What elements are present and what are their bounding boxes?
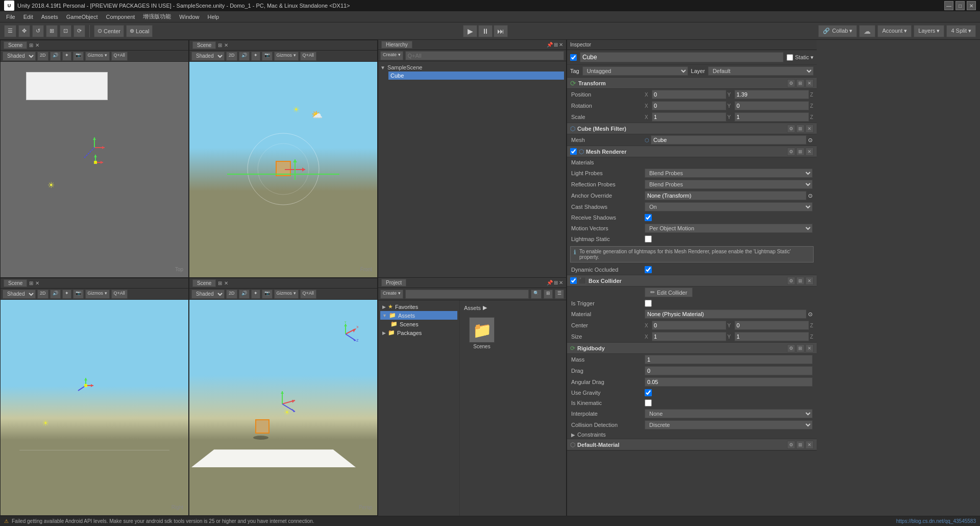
- hierarchy-search[interactable]: [405, 51, 564, 60]
- assets-breadcrumb[interactable]: Assets: [464, 305, 481, 311]
- drag-input[interactable]: [645, 366, 813, 375]
- hierarchy-cube-item[interactable]: Cube: [388, 71, 564, 80]
- panel-bl-maximize[interactable]: ⊞: [29, 280, 33, 286]
- project-tab[interactable]: Project: [381, 279, 406, 286]
- shaded-dropdown-br[interactable]: Shaded: [191, 290, 225, 299]
- 2d-btn-br[interactable]: 2D: [226, 290, 237, 299]
- menu-file[interactable]: File: [2, 13, 19, 21]
- shaded-dropdown-tl[interactable]: Shaded: [3, 52, 36, 61]
- mf-close-btn[interactable]: ✕: [805, 125, 814, 133]
- mr-settings-btn[interactable]: ⚙: [787, 148, 795, 156]
- scene-tab-tl[interactable]: Scene: [4, 41, 27, 49]
- material-header[interactable]: ⬡ Default-Material ⚙ ⊞ ✕: [567, 439, 817, 450]
- menu-enhanced[interactable]: 增强版功能: [139, 12, 175, 21]
- menu-help[interactable]: Help: [203, 13, 223, 21]
- bc-expand-btn[interactable]: ⊞: [796, 277, 804, 285]
- panel-tr-close[interactable]: ✕: [224, 42, 228, 48]
- scale-x-input[interactable]: [652, 112, 726, 122]
- scene-tab-bl[interactable]: Scene: [4, 279, 27, 287]
- project-search-input[interactable]: [405, 290, 529, 299]
- layers-button[interactable]: Layers ▾: [914, 25, 944, 37]
- object-active-checkbox[interactable]: [570, 54, 577, 61]
- fx-btn-bl[interactable]: ✦: [62, 290, 71, 299]
- shaded-dropdown-bl[interactable]: Shaded: [3, 290, 36, 299]
- rb-close-btn[interactable]: ✕: [805, 344, 814, 352]
- collider-material-input[interactable]: [645, 309, 806, 319]
- transform-settings-btn[interactable]: ⚙: [787, 79, 795, 87]
- fx-btn-br[interactable]: ✦: [251, 290, 260, 299]
- transform-expand-btn[interactable]: ⊞: [796, 79, 804, 87]
- cast-shadows-dropdown[interactable]: On: [645, 202, 813, 211]
- all-btn-bl[interactable]: Q+All: [111, 290, 128, 299]
- transform-header[interactable]: ⟳ Transform ⚙ ⊞ ✕: [567, 78, 817, 89]
- local-button[interactable]: ⊕ Local: [126, 25, 153, 37]
- rigidbody-header[interactable]: ⟳ Rigidbody ⚙ ⊞ ✕: [567, 343, 817, 354]
- maximize-button[interactable]: □: [955, 1, 965, 10]
- static-arrow[interactable]: ▾: [811, 54, 814, 61]
- hierarchy-close[interactable]: ✕: [559, 42, 563, 47]
- project-maximize[interactable]: ⊞: [554, 280, 558, 285]
- menu-gameobject[interactable]: GameObject: [62, 13, 102, 21]
- project-search-icon[interactable]: 🔍: [531, 290, 542, 299]
- scene-tab-br[interactable]: Scene: [192, 279, 216, 287]
- hierarchy-pin[interactable]: 📌: [547, 42, 553, 47]
- tool-rect[interactable]: ⊡: [60, 25, 71, 37]
- mat-expand-btn[interactable]: ⊞: [796, 441, 804, 449]
- 2d-btn-tl[interactable]: 2D: [37, 52, 48, 61]
- audio-btn-br[interactable]: 🔊: [239, 290, 250, 299]
- anchor-select-icon[interactable]: ⊙: [808, 193, 813, 199]
- inspector-tab[interactable]: Inspector: [570, 42, 591, 47]
- collision-detection-dropdown[interactable]: Discrete: [645, 420, 813, 429]
- menu-component[interactable]: Component: [102, 13, 139, 21]
- tool-scale[interactable]: ⊞: [46, 25, 58, 37]
- cam-btn-br[interactable]: 📷: [262, 290, 273, 299]
- static-checkbox-input[interactable]: [787, 54, 793, 61]
- hierarchy-maximize[interactable]: ⊞: [554, 42, 558, 47]
- hierarchy-create-btn[interactable]: Create ▾: [380, 51, 403, 60]
- size-y-input[interactable]: [734, 332, 809, 341]
- scene-content-tl[interactable]: Top: [1, 62, 188, 277]
- pos-x-input[interactable]: [652, 90, 726, 99]
- 2d-btn-bl[interactable]: 2D: [37, 290, 48, 299]
- cloud-button[interactable]: ☁: [859, 25, 875, 37]
- box-collider-header[interactable]: ⬛ Box Collider ⚙ ⊞ ✕: [567, 275, 817, 286]
- mass-input[interactable]: [645, 355, 813, 364]
- hierarchy-tab[interactable]: Hierarchy: [381, 41, 412, 49]
- reflection-probes-dropdown[interactable]: Blend Probes: [645, 180, 813, 189]
- scenes-item[interactable]: 📁 Scenes: [380, 320, 457, 328]
- mesh-renderer-enabled[interactable]: [570, 148, 577, 155]
- cam-btn-tl[interactable]: 📷: [73, 52, 84, 61]
- use-gravity-checkbox[interactable]: [645, 389, 652, 396]
- anchor-override-input[interactable]: [645, 191, 806, 200]
- 2d-btn-tr[interactable]: 2D: [226, 52, 237, 61]
- scene-expand-arrow[interactable]: ▼: [380, 65, 385, 70]
- all-btn-tr[interactable]: Q+All: [300, 52, 316, 61]
- collab-button[interactable]: 🔗 Collab ▾: [818, 25, 857, 37]
- tag-dropdown[interactable]: Untagged: [582, 66, 688, 76]
- tool-rotate[interactable]: ↺: [32, 25, 44, 37]
- edit-collider-btn[interactable]: ✏ Edit Collider: [645, 288, 693, 297]
- mr-expand-btn[interactable]: ⊞: [796, 148, 804, 156]
- size-x-input[interactable]: [652, 332, 726, 341]
- fx-btn-tr[interactable]: ✦: [251, 52, 260, 61]
- packages-item[interactable]: ▶ 📁 Packages: [380, 328, 457, 337]
- tool-hand[interactable]: ☰: [4, 25, 16, 37]
- mf-expand-btn[interactable]: ⊞: [796, 125, 804, 133]
- gizmos-btn-tl[interactable]: Gizmos ▾: [85, 52, 110, 61]
- gizmos-btn-br[interactable]: Gizmos ▾: [274, 290, 299, 299]
- panel-tl-maximize[interactable]: ⊞: [29, 42, 33, 48]
- all-btn-tl[interactable]: Q+All: [111, 52, 128, 61]
- project-expand-btn[interactable]: ☰: [555, 290, 564, 299]
- mat-settings-btn[interactable]: ⚙: [787, 441, 795, 449]
- mesh-select-icon[interactable]: ⊙: [808, 137, 813, 144]
- audio-btn-bl[interactable]: 🔊: [50, 290, 61, 299]
- panel-br-maximize[interactable]: ⊞: [218, 280, 222, 286]
- rot-y-input[interactable]: [734, 101, 809, 110]
- dynamic-occluded-checkbox[interactable]: [645, 266, 652, 273]
- tool-move[interactable]: ✥: [18, 25, 30, 37]
- project-filter-btn[interactable]: ⊞: [544, 290, 553, 299]
- scale-y-input[interactable]: [734, 112, 809, 122]
- audio-btn-tr[interactable]: 🔊: [239, 52, 250, 61]
- rb-settings-btn[interactable]: ⚙: [787, 344, 795, 352]
- collider-material-icon[interactable]: ⊙: [808, 311, 813, 318]
